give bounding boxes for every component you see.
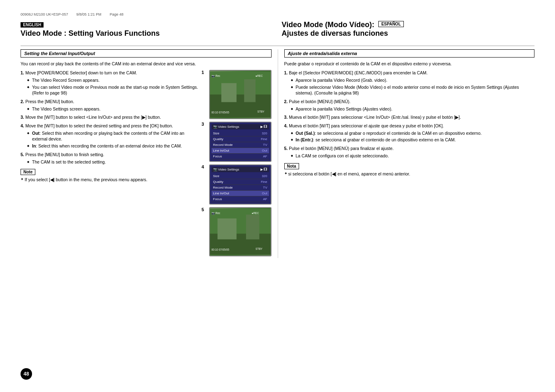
content-columns: Setting the External Input/Output You ca… xyxy=(21,49,534,258)
menu-row-focus-4: Focus AF xyxy=(212,196,269,202)
img-step-3-row: 3 📷 Video Settings ▶ 🎞 Size 320 xyxy=(202,122,272,162)
english-intro: You can record or play back the contents… xyxy=(21,61,272,67)
english-title: Video Mode : Setting Various Functions xyxy=(21,29,274,38)
menu-row-lineinout-val-3: Out xyxy=(262,149,267,152)
spanish-step-3-text: Mueva el botón [W/T] para seleccionar <L… xyxy=(289,115,461,120)
svg-text:●REC: ●REC xyxy=(256,75,263,78)
english-note-content: If you select [◀] button in the menu, th… xyxy=(21,177,198,183)
menu-row-lineinout-4: Line In/Out Out xyxy=(212,191,269,196)
img-step-3-num: 3 xyxy=(202,122,207,127)
spanish-note-label: Nota xyxy=(284,163,299,169)
img-step-1-row: 1 00:10 07/05/05 📷 Rec xyxy=(202,70,272,119)
doc-header: 00906J M2100 UK+ESP-057 9/8/05 1:21 PM P… xyxy=(21,12,534,16)
menu-row-quality-label-3: Quality xyxy=(213,137,223,141)
step-4-number: 4. xyxy=(21,123,24,128)
menu-row-size-label-4: Size xyxy=(213,174,220,178)
spanish-step-4-bullet-in: In (Entr.): se selecciona al grabar el c… xyxy=(291,137,535,143)
step-4-bullet-out: Out: Select this when recording or playi… xyxy=(27,130,198,142)
img-step-4-row: 4 📷 Video Settings ▶ 🎞 Size 320 xyxy=(202,164,272,205)
menu-row-lineinout-val-4: Out xyxy=(262,191,267,195)
menu-row-size-label-3: Size xyxy=(213,131,220,135)
english-subsection: Setting the External Input/Output xyxy=(21,49,272,58)
menu-title-3-icons: ▶ 🎞 xyxy=(260,125,267,129)
english-text-col: 1. Move [POWER/MODE Selector] down to tu… xyxy=(21,70,198,258)
spanish-step-4: 4. Mueva el botón [W/T] para seleccionar… xyxy=(284,123,535,143)
spanish-note-section: Nota si selecciona el botón [◀] en el me… xyxy=(284,163,535,177)
english-note-section: Note If you select [◀] button in the men… xyxy=(21,169,198,183)
step-2-bullets: The Video Settings screen appears. xyxy=(21,106,198,112)
step-2-text: Press the [MENU] button. xyxy=(25,99,74,104)
spanish-step-2-number: 2. xyxy=(284,99,288,104)
spanish-step-4-bullet-out: Out (Sal.): se selecciona al grabar o re… xyxy=(291,130,535,136)
spanish-lang-badge: ESPAÑOL xyxy=(378,21,404,27)
step-2-bullet-1: The Video Settings screen appears. xyxy=(27,106,198,112)
english-steps-with-images: 1. Move [POWER/MODE Selector] down to tu… xyxy=(21,70,272,258)
menu-row-quality-val-4: Fine xyxy=(261,180,267,184)
spanish-step-2: 2. Pulse el botón [MENU] (MENÚ). Aparece… xyxy=(284,99,535,112)
menu-row-lineinout-label-3: Line In/Out xyxy=(213,149,229,152)
step-5-bullets: The CAM is set to the selected setting. xyxy=(21,159,198,165)
cam-scene-1-svg: 00:10 07/05/05 📷 Rec ●REC STBY xyxy=(210,71,271,118)
page-number-badge: 48 xyxy=(21,368,32,380)
img-step-5-num: 5 xyxy=(202,207,207,212)
menu-title-3: 📷 Video Settings ▶ 🎞 xyxy=(212,124,269,129)
menu-row-recmode-label-3: Record Mode xyxy=(213,143,233,147)
step-2-number: 2. xyxy=(21,99,24,104)
img-step-5-row: 5 00:10 07/05/05 📷 Rec ● xyxy=(202,207,272,256)
svg-text:00:10 07/05/05: 00:10 07/05/05 xyxy=(211,249,229,251)
step-1-bullet-2: You can select Video mode or Previous mo… xyxy=(27,84,198,96)
spanish-subsection: Ajuste de entrada/salida externa xyxy=(284,49,535,58)
spanish-step-2-text: Pulse el botón [MENU] (MENÚ). xyxy=(289,99,350,104)
spanish-column: Ajuste de entrada/salida externa Puede g… xyxy=(278,49,535,258)
svg-text:STBY: STBY xyxy=(257,111,265,113)
cam-screen-5: 00:10 07/05/05 📷 Rec ●REC STBY xyxy=(209,207,272,256)
spanish-steps-list: 1. Baje el [Selector POWER/MODE] (ENC./M… xyxy=(284,70,535,159)
menu-row-size-4: Size 320 xyxy=(212,173,269,179)
step-3-text: Move the [W/T] button to select <Line In… xyxy=(25,115,161,120)
menu-row-quality-label-4: Quality xyxy=(213,180,223,184)
menu-row-size-3: Size 320 xyxy=(212,131,269,136)
menu-row-size-val-3: 320 xyxy=(262,131,267,135)
step-4-text: Move the [W/T] button to select the desi… xyxy=(25,123,173,128)
svg-text:📷 Rec: 📷 Rec xyxy=(211,75,220,78)
spanish-step-1-text: Baje el [Selector POWER/MODE] (ENC./MODO… xyxy=(289,70,428,75)
menu-row-lineinout-label-4: Line In/Out xyxy=(213,191,229,195)
spanish-step-5: 5. Pulse el botón [MENU] (MENÚ) para fin… xyxy=(284,145,535,159)
menu-row-recmode-val-4: TV xyxy=(263,186,267,189)
spanish-step-3: 3. Mueva el botón [W/T] para seleccionar… xyxy=(284,114,535,120)
spanish-step-5-bullet-1: La CAM se configura con el ajuste selecc… xyxy=(291,153,535,159)
svg-text:●REC: ●REC xyxy=(251,212,259,215)
menu-title-4-text: 📷 Video Settings xyxy=(213,168,240,171)
step-1-text: Move [POWER/MODE Selector] down to turn … xyxy=(25,70,137,75)
img-step-4-num: 4 xyxy=(202,164,207,169)
svg-rect-2 xyxy=(221,83,236,102)
english-step-2: 2. Press the [MENU] button. The Video Se… xyxy=(21,99,198,112)
spanish-step-5-text: Pulse el botón [MENU] (MENÚ) para finali… xyxy=(289,146,394,151)
english-step-3: 3. Move the [W/T] button to select <Line… xyxy=(21,114,198,120)
svg-rect-11 xyxy=(246,215,259,240)
menu-screen-4: 📷 Video Settings ▶ 🎞 Size 320 Quality Fi… xyxy=(209,164,272,205)
svg-text:STBY: STBY xyxy=(256,248,263,251)
menu-row-quality-3: Quality Fine xyxy=(212,136,269,142)
step-4-bullet-in: In: Select this when recording the conte… xyxy=(27,143,198,149)
title-header: ENGLISH Video Mode : Setting Various Fun… xyxy=(21,21,534,42)
left-title-block: ENGLISH Video Mode : Setting Various Fun… xyxy=(21,22,274,42)
english-note-label: Note xyxy=(21,169,35,175)
menu-title-4: 📷 Video Settings ▶ 🎞 xyxy=(212,167,269,172)
step-5-number: 5. xyxy=(21,152,24,157)
cam-screen-1-inner: 00:10 07/05/05 📷 Rec ●REC STBY xyxy=(210,71,271,118)
menu-title-3-text: 📷 Video Settings xyxy=(213,125,240,129)
menu-row-size-val-4: 320 xyxy=(262,174,267,178)
img-step-1-num: 1 xyxy=(202,70,207,75)
english-lang-badge: ENGLISH xyxy=(21,22,44,28)
spanish-step-1-bullets: Aparece la pantalla Video Record (Grab. … xyxy=(284,77,535,96)
title-divider xyxy=(21,46,534,46)
menu-row-recmode-label-4: Record Mode xyxy=(213,186,233,189)
cam-screen-1: 00:10 07/05/05 📷 Rec ●REC STBY xyxy=(209,70,272,119)
svg-rect-3 xyxy=(244,79,256,102)
svg-rect-10 xyxy=(217,219,236,240)
spanish-step-1-number: 1. xyxy=(284,70,288,75)
spanish-step-2-bullet-1: Aparece la pantalla Video Settings (Ajus… xyxy=(291,106,535,112)
spanish-title-line2: Ajustes de diversas funciones xyxy=(282,29,535,38)
cam-scene-5-svg: 00:10 07/05/05 📷 Rec ●REC STBY xyxy=(210,208,271,256)
